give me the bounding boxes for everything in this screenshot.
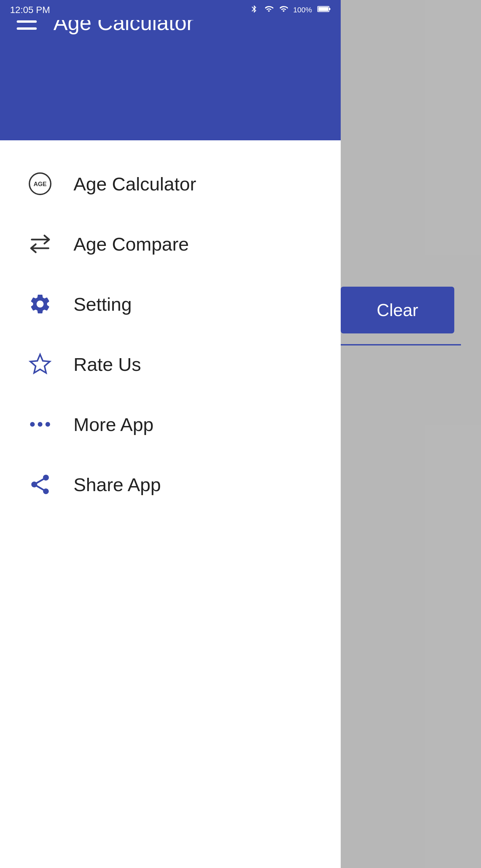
battery-level: 100% bbox=[293, 6, 312, 14]
svg-text:AGE: AGE bbox=[33, 181, 46, 187]
menu-item-rate-us[interactable]: Rate Us bbox=[0, 334, 341, 394]
gear-icon bbox=[27, 291, 54, 317]
drawer-menu: AGE Age Calculator Age Compare bbox=[0, 140, 341, 868]
wifi-icon bbox=[264, 5, 274, 16]
svg-point-8 bbox=[38, 422, 42, 427]
menu-label-age-calculator: Age Calculator bbox=[73, 173, 196, 195]
svg-rect-2 bbox=[318, 7, 328, 11]
age-calculator-icon: AGE bbox=[27, 170, 54, 197]
status-icons: 100% bbox=[250, 5, 331, 16]
svg-point-7 bbox=[30, 422, 35, 427]
menu-label-share-app: Share App bbox=[73, 474, 161, 495]
main-content-overlay bbox=[341, 0, 481, 868]
menu-item-setting[interactable]: Setting bbox=[0, 274, 341, 334]
status-bar: 12:05 PM 100% bbox=[0, 0, 341, 20]
menu-item-more-app[interactable]: More App bbox=[0, 394, 341, 454]
signal-icon bbox=[279, 5, 288, 16]
star-icon bbox=[27, 351, 54, 377]
menu-label-setting: Setting bbox=[73, 293, 132, 315]
hamburger-line-3 bbox=[17, 27, 37, 30]
drawer-header: Age Calculator bbox=[0, 0, 341, 140]
battery-icon bbox=[317, 5, 331, 16]
menu-item-share-app[interactable]: Share App bbox=[0, 454, 341, 515]
navigation-drawer: 12:05 PM 100% bbox=[0, 0, 341, 868]
svg-point-9 bbox=[45, 422, 50, 427]
menu-label-age-compare: Age Compare bbox=[73, 233, 189, 255]
menu-item-age-compare[interactable]: Age Compare bbox=[0, 214, 341, 274]
age-compare-icon bbox=[27, 230, 54, 257]
input-underline bbox=[341, 344, 461, 345]
clear-button[interactable]: Clear bbox=[341, 287, 454, 334]
menu-label-more-app: More App bbox=[73, 414, 154, 435]
share-icon bbox=[27, 471, 54, 498]
menu-item-age-calculator[interactable]: AGE Age Calculator bbox=[0, 154, 341, 214]
dots-icon bbox=[27, 411, 54, 438]
menu-label-rate-us: Rate Us bbox=[73, 353, 141, 375]
bluetooth-icon bbox=[250, 5, 259, 16]
hamburger-line-2 bbox=[17, 20, 37, 23]
status-time: 12:05 PM bbox=[10, 5, 50, 16]
svg-rect-1 bbox=[329, 8, 330, 10]
